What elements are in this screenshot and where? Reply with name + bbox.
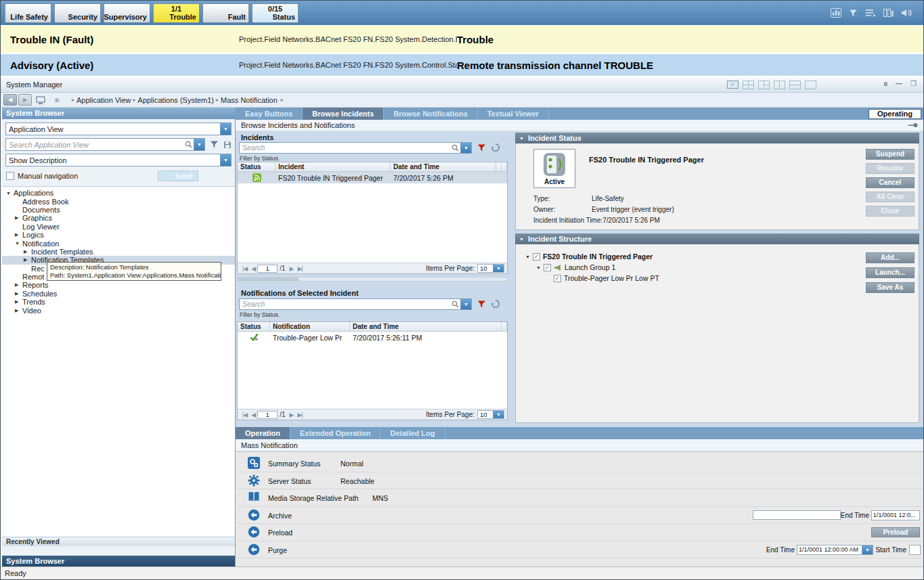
first-page-icon[interactable]: |◀ (242, 411, 247, 418)
tab-easy-buttons[interactable]: Easy Buttons (236, 108, 303, 120)
structure-action-button[interactable]: Save As (866, 282, 915, 293)
column-header[interactable]: Notification (270, 322, 350, 331)
speaker-icon[interactable] (901, 8, 914, 18)
expander-icon[interactable] (15, 291, 22, 296)
operation-row-preload[interactable]: Preload Preload (237, 524, 922, 541)
collapse-icon[interactable]: ▼ (519, 136, 524, 141)
toolbar-button[interactable]: 0/15 Status (252, 3, 299, 23)
back-icon[interactable]: ◀ (3, 94, 17, 106)
incident-action-button[interactable]: All Clear (866, 192, 915, 202)
view-select[interactable]: Application View ▼ (5, 122, 232, 135)
tree-item[interactable]: Incident Templates (2, 248, 235, 256)
expander-icon[interactable] (15, 308, 22, 313)
incident-action-button[interactable]: Cancel (866, 177, 915, 188)
manual-navigation-checkbox[interactable] (6, 172, 14, 180)
expander-icon[interactable] (15, 215, 22, 221)
page-input[interactable] (257, 265, 278, 273)
incident-action-button[interactable]: Resume (866, 163, 915, 174)
incident-action-button[interactable]: Close (866, 206, 915, 217)
tree-item[interactable]: Graphics (2, 214, 235, 222)
tab-detailed-log[interactable]: Detailed Log (380, 427, 445, 439)
checkbox[interactable] (533, 253, 540, 261)
archive-end-time-field[interactable]: 1/1/0001 12:0... (871, 510, 920, 520)
chart-icon[interactable] (831, 8, 841, 18)
tree-item[interactable]: Notification (2, 239, 235, 247)
filter-active-icon[interactable] (477, 143, 486, 152)
notification-row[interactable]: Trouble-Pager Low Pr 7/20/2017 5:26:11 P… (238, 332, 507, 343)
chevron-down-icon[interactable]: ▼ (493, 411, 504, 418)
pin-icon[interactable] (908, 122, 918, 128)
event-list-icon[interactable] (865, 9, 876, 17)
expander-icon[interactable] (15, 299, 22, 305)
filter-active-icon[interactable] (477, 300, 486, 309)
search-input[interactable] (6, 141, 183, 149)
column-header[interactable]: Incident (276, 162, 391, 171)
pin-icon[interactable]: a (883, 80, 887, 87)
toolbar-button[interactable]: Security (54, 3, 101, 23)
expander-icon[interactable]: ▼ (525, 254, 530, 259)
tree-item[interactable]: Log Viewer (2, 223, 235, 231)
tab-operation[interactable]: Operation (236, 427, 290, 439)
column-header[interactable]: Date and Time (350, 322, 502, 331)
toolbar-button[interactable]: Fault (202, 3, 249, 23)
column-header[interactable] (502, 322, 507, 331)
tab-browse-notifications[interactable]: Browse Notifications (384, 108, 477, 120)
send-button[interactable]: Send (158, 171, 198, 181)
minimize-icon[interactable]: — (896, 80, 902, 87)
breadcrumb-item[interactable]: Applications (System1) (138, 96, 215, 104)
favorite-icon[interactable]: ★ (49, 94, 64, 106)
items-per-page-select[interactable]: 10▼ (477, 264, 504, 273)
tree-item[interactable]: Documents (2, 206, 235, 214)
structure-action-button[interactable]: Add... (866, 252, 915, 263)
event-row-trouble[interactable]: Trouble IN (Fault) Project.Field Network… (1, 26, 923, 54)
tab-textual-viewer[interactable]: Textual Viewer (478, 108, 549, 120)
save-icon[interactable] (223, 141, 232, 149)
collapse-icon[interactable]: ▼ (519, 237, 524, 242)
scrollbar-thumb[interactable] (238, 277, 299, 281)
horizontal-scrollbar[interactable] (237, 277, 508, 282)
expander-icon[interactable]: ▼ (536, 265, 541, 270)
notifications-search-input[interactable] (240, 300, 450, 308)
expander-icon[interactable] (6, 191, 14, 196)
breadcrumb-item[interactable]: Application View (76, 96, 131, 104)
column-header[interactable]: Status (238, 322, 270, 331)
recently-viewed-bar[interactable]: Recently Viewed (2, 537, 235, 546)
prev-page-icon[interactable]: ◀ (251, 411, 255, 418)
description-select[interactable]: Show Description ▼ (5, 154, 232, 166)
preload-button[interactable]: Preload (871, 527, 920, 537)
tree-item[interactable]: Reports (2, 281, 235, 289)
expander-icon[interactable] (15, 241, 22, 246)
operation-row-archive[interactable]: Archive End Time 1/1/0001 12:0... (237, 507, 922, 525)
tab-browse-incidents[interactable]: Browse Incidents (303, 108, 384, 120)
chevron-down-icon[interactable]: ▼ (194, 139, 204, 150)
event-row-advisory[interactable]: Advisory (Active) Project.Field Networks… (1, 54, 923, 77)
column-header[interactable] (496, 162, 502, 171)
tree-item[interactable]: Video (2, 306, 235, 314)
operation-row-server-status[interactable]: Server Status Reachable (237, 472, 922, 490)
columns-icon[interactable] (883, 9, 894, 17)
chevron-down-icon[interactable]: ▼ (220, 123, 231, 135)
incident-action-button[interactable]: Suspend (866, 149, 915, 160)
expander-icon[interactable] (24, 249, 31, 254)
last-page-icon[interactable]: ▶| (297, 411, 302, 418)
chevron-down-icon[interactable]: ▼ (460, 143, 471, 153)
operating-mode-button[interactable]: Operating (868, 109, 921, 119)
tree-item[interactable]: Address Book (2, 197, 235, 205)
structure-leaf-row[interactable]: Trouble-Pager Low Pr Low PT (554, 274, 659, 282)
checkbox[interactable] (554, 275, 561, 282)
page-input[interactable] (257, 411, 278, 419)
filter-icon[interactable] (210, 140, 219, 149)
split-pane-icon[interactable] (789, 81, 801, 89)
operation-row-summary-status[interactable]: Summary Status Normal (237, 455, 922, 472)
archive-input[interactable] (753, 510, 841, 520)
operation-row-media-path[interactable]: Media Storage Relative Path MNS (237, 489, 922, 507)
purge-start-time-field[interactable] (909, 545, 921, 555)
incident-row[interactable]: FS20 Trouble IN Triggered Pager 7/20/201… (238, 172, 507, 183)
breadcrumb-item[interactable]: Mass Notification (221, 96, 278, 104)
structure-group-row[interactable]: ▼ Launch Group 1 (536, 263, 615, 271)
next-page-icon[interactable]: ▶ (290, 265, 294, 272)
restore-icon[interactable]: ❐ (910, 80, 917, 87)
expander-icon[interactable] (15, 282, 22, 288)
monitor-icon[interactable] (727, 81, 739, 89)
operation-row-purge[interactable]: Purge End Time 1/1/0001 12:00:00 AM▼ Sta… (237, 541, 922, 559)
